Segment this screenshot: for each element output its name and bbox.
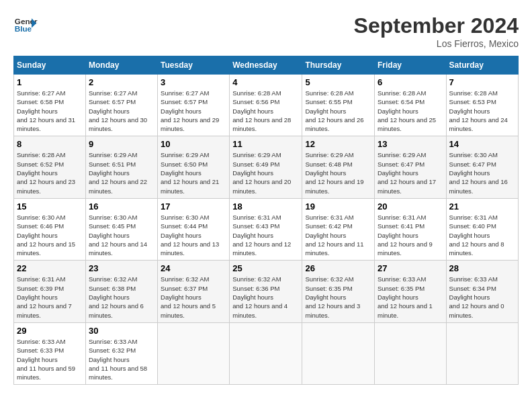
table-row: 29Sunrise: 6:33 AMSunset: 6:33 PMDayligh…: [14, 322, 86, 384]
table-row: 10Sunrise: 6:29 AMSunset: 6:50 PMDayligh…: [158, 136, 230, 198]
day-number: 6: [378, 77, 443, 87]
day-number: 30: [89, 326, 154, 336]
title-area: September 2024 Los Fierros, Mexico: [354, 13, 519, 49]
calendar-header-row: Sunday Monday Tuesday Wednesday Thursday…: [14, 56, 519, 75]
table-row: 7Sunrise: 6:28 AMSunset: 6:53 PMDaylight…: [446, 75, 518, 136]
day-info: Sunrise: 6:28 AMSunset: 6:54 PMDaylight …: [378, 89, 436, 132]
day-number: 29: [17, 326, 83, 336]
day-number: 26: [305, 263, 371, 273]
day-number: 7: [449, 77, 515, 87]
table-row: 3Sunrise: 6:27 AMSunset: 6:57 PMDaylight…: [158, 75, 230, 136]
day-number: 14: [449, 139, 515, 149]
day-info: Sunrise: 6:29 AMSunset: 6:49 PMDaylight …: [232, 151, 291, 194]
day-number: 3: [161, 77, 226, 87]
table-row: 27Sunrise: 6:33 AMSunset: 6:35 PMDayligh…: [374, 261, 446, 322]
day-info: Sunrise: 6:28 AMSunset: 6:56 PMDaylight …: [232, 89, 291, 132]
table-row: 2Sunrise: 6:27 AMSunset: 6:57 PMDaylight…: [85, 75, 157, 136]
day-info: Sunrise: 6:28 AMSunset: 6:55 PMDaylight …: [305, 89, 363, 132]
table-row: 13Sunrise: 6:29 AMSunset: 6:47 PMDayligh…: [374, 136, 446, 198]
calendar-week-row: 1Sunrise: 6:27 AMSunset: 6:58 PMDaylight…: [14, 75, 519, 136]
day-number: 24: [161, 263, 226, 273]
day-number: 8: [17, 139, 83, 149]
page-header: General Blue September 2024 Los Fierros,…: [13, 13, 519, 49]
day-info: Sunrise: 6:32 AMSunset: 6:37 PMDaylight …: [161, 275, 216, 318]
month-title: September 2024: [354, 13, 519, 38]
col-friday: Friday: [374, 56, 446, 75]
day-number: 18: [232, 201, 299, 212]
col-saturday: Saturday: [446, 56, 518, 75]
col-sunday: Sunday: [14, 56, 86, 75]
table-row: 21Sunrise: 6:31 AMSunset: 6:40 PMDayligh…: [446, 198, 518, 260]
day-number: 4: [232, 77, 299, 87]
day-number: 16: [89, 201, 154, 212]
table-row: [230, 322, 302, 384]
col-thursday: Thursday: [302, 56, 375, 75]
calendar-week-row: 29Sunrise: 6:33 AMSunset: 6:33 PMDayligh…: [14, 322, 519, 384]
day-info: Sunrise: 6:32 AMSunset: 6:36 PMDaylight …: [232, 275, 287, 318]
svg-text:Blue: Blue: [15, 24, 32, 33]
table-row: 15Sunrise: 6:30 AMSunset: 6:46 PMDayligh…: [14, 198, 86, 260]
day-number: 25: [232, 263, 299, 273]
day-info: Sunrise: 6:28 AMSunset: 6:53 PMDaylight …: [449, 89, 508, 132]
day-info: Sunrise: 6:27 AMSunset: 6:58 PMDaylight …: [17, 89, 75, 132]
table-row: 16Sunrise: 6:30 AMSunset: 6:45 PMDayligh…: [85, 198, 157, 260]
day-info: Sunrise: 6:33 AMSunset: 6:32 PMDaylight …: [89, 338, 147, 381]
table-row: 25Sunrise: 6:32 AMSunset: 6:36 PMDayligh…: [230, 261, 302, 322]
day-info: Sunrise: 6:30 AMSunset: 6:46 PMDaylight …: [17, 214, 75, 257]
day-number: 2: [89, 77, 154, 87]
table-row: 9Sunrise: 6:29 AMSunset: 6:51 PMDaylight…: [85, 136, 157, 198]
table-row: [302, 322, 375, 384]
day-info: Sunrise: 6:31 AMSunset: 6:43 PMDaylight …: [232, 214, 291, 257]
day-info: Sunrise: 6:32 AMSunset: 6:38 PMDaylight …: [89, 275, 144, 318]
table-row: [446, 322, 518, 384]
day-number: 27: [378, 263, 443, 273]
day-info: Sunrise: 6:31 AMSunset: 6:41 PMDaylight …: [378, 214, 433, 257]
day-number: 1: [17, 77, 83, 87]
table-row: 26Sunrise: 6:32 AMSunset: 6:35 PMDayligh…: [302, 261, 375, 322]
table-row: 14Sunrise: 6:30 AMSunset: 6:47 PMDayligh…: [446, 136, 518, 198]
table-row: 17Sunrise: 6:30 AMSunset: 6:44 PMDayligh…: [158, 198, 230, 260]
col-monday: Monday: [85, 56, 157, 75]
day-number: 20: [378, 201, 443, 212]
day-number: 23: [89, 263, 154, 273]
day-number: 17: [161, 201, 226, 212]
day-info: Sunrise: 6:33 AMSunset: 6:35 PMDaylight …: [378, 275, 433, 318]
table-row: 6Sunrise: 6:28 AMSunset: 6:54 PMDaylight…: [374, 75, 446, 136]
table-row: 22Sunrise: 6:31 AMSunset: 6:39 PMDayligh…: [14, 261, 86, 322]
table-row: 8Sunrise: 6:28 AMSunset: 6:52 PMDaylight…: [14, 136, 86, 198]
day-info: Sunrise: 6:32 AMSunset: 6:35 PMDaylight …: [305, 275, 360, 318]
calendar-week-row: 22Sunrise: 6:31 AMSunset: 6:39 PMDayligh…: [14, 261, 519, 322]
day-info: Sunrise: 6:31 AMSunset: 6:40 PMDaylight …: [449, 214, 504, 257]
table-row: 11Sunrise: 6:29 AMSunset: 6:49 PMDayligh…: [230, 136, 302, 198]
logo-icon: General Blue: [13, 13, 38, 38]
table-row: 1Sunrise: 6:27 AMSunset: 6:58 PMDaylight…: [14, 75, 86, 136]
day-info: Sunrise: 6:27 AMSunset: 6:57 PMDaylight …: [89, 89, 147, 132]
table-row: [158, 322, 230, 384]
calendar-week-row: 15Sunrise: 6:30 AMSunset: 6:46 PMDayligh…: [14, 198, 519, 260]
day-info: Sunrise: 6:29 AMSunset: 6:51 PMDaylight …: [89, 151, 147, 194]
table-row: 24Sunrise: 6:32 AMSunset: 6:37 PMDayligh…: [158, 261, 230, 322]
table-row: 23Sunrise: 6:32 AMSunset: 6:38 PMDayligh…: [85, 261, 157, 322]
table-row: 4Sunrise: 6:28 AMSunset: 6:56 PMDaylight…: [230, 75, 302, 136]
day-info: Sunrise: 6:31 AMSunset: 6:39 PMDaylight …: [17, 275, 72, 318]
table-row: 5Sunrise: 6:28 AMSunset: 6:55 PMDaylight…: [302, 75, 375, 136]
day-number: 15: [17, 201, 83, 212]
day-info: Sunrise: 6:30 AMSunset: 6:44 PMDaylight …: [161, 214, 219, 257]
calendar-week-row: 8Sunrise: 6:28 AMSunset: 6:52 PMDaylight…: [14, 136, 519, 198]
col-tuesday: Tuesday: [158, 56, 230, 75]
table-row: 28Sunrise: 6:33 AMSunset: 6:34 PMDayligh…: [446, 261, 518, 322]
logo: General Blue: [13, 13, 38, 38]
table-row: 20Sunrise: 6:31 AMSunset: 6:41 PMDayligh…: [374, 198, 446, 260]
calendar-table: Sunday Monday Tuesday Wednesday Thursday…: [13, 56, 519, 385]
day-number: 13: [378, 139, 443, 149]
day-number: 28: [449, 263, 515, 273]
day-info: Sunrise: 6:27 AMSunset: 6:57 PMDaylight …: [161, 89, 219, 132]
day-number: 9: [89, 139, 154, 149]
day-number: 21: [449, 201, 515, 212]
day-number: 22: [17, 263, 83, 273]
day-info: Sunrise: 6:30 AMSunset: 6:45 PMDaylight …: [89, 214, 147, 257]
col-wednesday: Wednesday: [230, 56, 302, 75]
day-info: Sunrise: 6:28 AMSunset: 6:52 PMDaylight …: [17, 151, 75, 194]
day-info: Sunrise: 6:29 AMSunset: 6:50 PMDaylight …: [161, 151, 219, 194]
day-info: Sunrise: 6:30 AMSunset: 6:47 PMDaylight …: [449, 151, 508, 194]
